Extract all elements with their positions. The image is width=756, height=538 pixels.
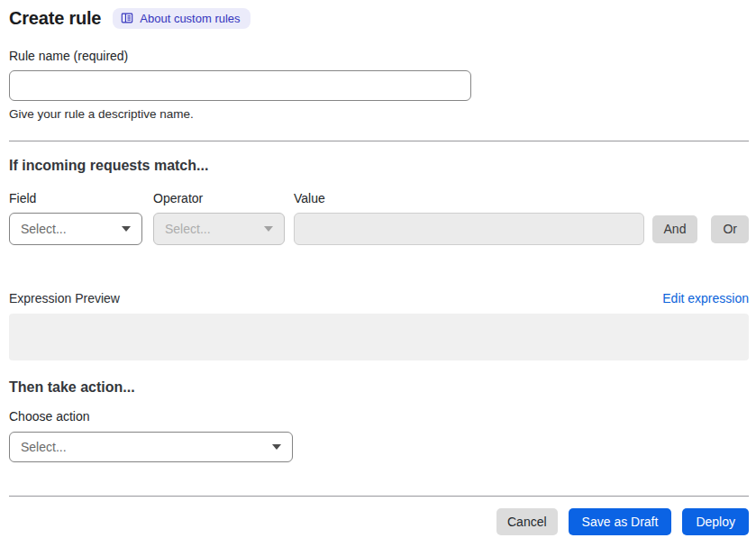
create-rule-form: Create rule About custom rules Rule name… (0, 0, 756, 535)
field-label: Field (9, 191, 153, 205)
choose-action-select[interactable]: Select... (9, 432, 293, 462)
match-section-heading: If incoming requests match... (9, 158, 749, 174)
operator-label: Operator (153, 191, 294, 205)
cancel-button[interactable]: Cancel (496, 508, 558, 535)
chevron-down-icon (272, 444, 281, 450)
operator-select-value: Select... (165, 222, 211, 236)
divider (9, 496, 749, 497)
about-badge-label: About custom rules (140, 13, 240, 24)
rule-name-helper: Give your rule a descriptive name. (9, 107, 749, 121)
choose-action-select-value: Select... (21, 440, 67, 454)
expression-preview-row: Expression Preview Edit expression (9, 291, 749, 305)
field-select[interactable]: Select... (9, 213, 142, 245)
divider (9, 141, 749, 141)
action-section-heading: Then take action... (9, 379, 749, 396)
page-title: Create rule (9, 8, 101, 29)
book-icon (121, 12, 133, 24)
rule-name-label: Rule name (required) (9, 49, 749, 63)
operator-select[interactable]: Select... (153, 213, 285, 245)
and-button[interactable]: And (652, 215, 698, 243)
save-as-draft-button[interactable]: Save as Draft (569, 508, 672, 535)
condition-labels-row: Field Operator Value (9, 191, 749, 205)
header: Create rule About custom rules (9, 0, 749, 29)
condition-row: Select... Select... And Or (9, 213, 749, 245)
value-label: Value (294, 191, 749, 205)
value-input[interactable] (294, 213, 644, 245)
field-select-value: Select... (21, 222, 67, 236)
deploy-button[interactable]: Deploy (682, 508, 749, 535)
chevron-down-icon (122, 226, 131, 232)
edit-expression-link[interactable]: Edit expression (662, 291, 749, 305)
or-button[interactable]: Or (711, 215, 749, 243)
choose-action-label: Choose action (9, 409, 749, 424)
rule-name-input[interactable] (9, 70, 471, 101)
expression-preview-box (9, 314, 749, 360)
about-custom-rules-link[interactable]: About custom rules (113, 8, 250, 29)
footer-actions: Cancel Save as Draft Deploy (9, 508, 749, 535)
expression-preview-label: Expression Preview (9, 291, 120, 305)
chevron-down-icon (264, 226, 273, 232)
